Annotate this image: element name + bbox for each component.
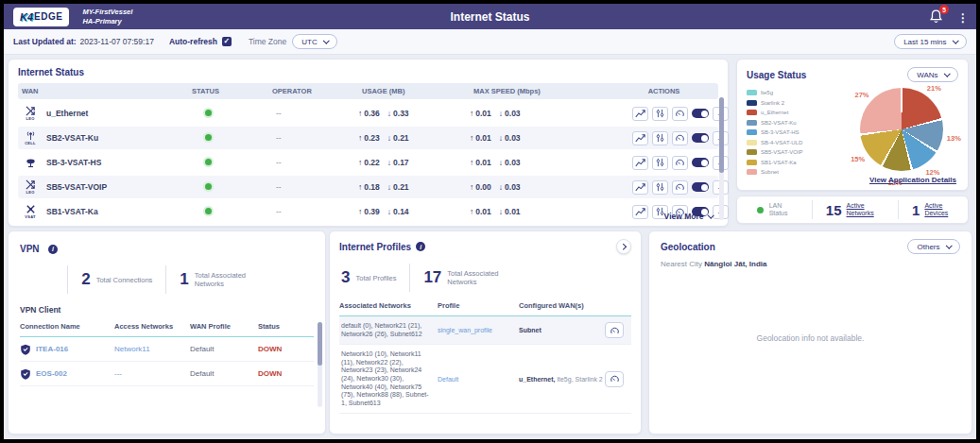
statistics-button[interactable] <box>632 156 648 170</box>
geolocation-empty-message: Geolocation info not available. <box>649 333 971 343</box>
scrollbar-thumb[interactable] <box>318 322 322 366</box>
profile-row: default (0), Network21 (21), Network26 (… <box>339 316 631 345</box>
col-access-networks: Access Networks <box>114 322 190 331</box>
statistics-button[interactable] <box>632 131 648 145</box>
status-up-dot <box>205 134 212 141</box>
wan-enable-toggle[interactable] <box>692 158 709 167</box>
wan-name[interactable]: SB5-VSAT-VOIP <box>46 182 107 192</box>
wan-enable-toggle[interactable] <box>692 182 709 192</box>
vpn-scrollbar[interactable] <box>318 322 322 407</box>
internet-status-panel: Internet Status WAN STATUS OPERATOR USAG… <box>8 59 729 227</box>
download-arrow-icon <box>380 109 393 118</box>
internet-status-scrollbar[interactable] <box>719 97 724 220</box>
logo-k4-text: K4 <box>20 11 33 23</box>
profile-networks: Network10 (10), Network11 (11), Network2… <box>339 350 438 407</box>
vpn-panel: VPN 2 Total Connections 1 Total Associat… <box>8 230 326 434</box>
statistics-button[interactable] <box>632 180 648 195</box>
vpn-access-networks[interactable]: Network11 <box>114 345 190 353</box>
speed-value: 0.010.03 <box>470 158 619 167</box>
wan-enable-toggle[interactable] <box>692 109 709 118</box>
vpn-wan-profile: Default <box>190 369 258 378</box>
vpn-access-networks[interactable]: --- <box>114 369 190 378</box>
vpn-title: VPN <box>20 244 40 254</box>
legend-item: SB5-VSAT-VOIP <box>747 149 803 155</box>
speed-test-button[interactable] <box>605 322 624 338</box>
wan-enable-toggle[interactable] <box>692 133 709 143</box>
pie-percent-label: 21% <box>927 83 941 92</box>
wan-name[interactable]: SB1-VSAT-Ka <box>46 207 98 216</box>
kebab-menu-icon[interactable] <box>957 9 963 26</box>
time-range-select[interactable]: Last 15 mins <box>894 34 967 49</box>
usage-value: 0.390.14 <box>358 207 470 216</box>
legend-swatch <box>747 160 757 165</box>
statistics-button[interactable] <box>632 107 648 121</box>
wan-name[interactable]: u_Ethernet <box>46 109 88 118</box>
configure-button[interactable] <box>652 107 668 121</box>
usage-pie[interactable] <box>860 88 943 171</box>
row-actions <box>619 107 729 121</box>
legend-item: SB1-VSAT-Ka <box>747 160 803 165</box>
upload-arrow-icon <box>470 207 475 216</box>
expand-panel-button[interactable] <box>616 239 631 254</box>
notifications-bell-icon[interactable]: 5 <box>928 9 944 25</box>
speed-test-button[interactable] <box>605 371 624 387</box>
profile-name-link[interactable]: single_wan_profile <box>438 327 519 333</box>
geolocation-filter-select[interactable]: Others <box>907 239 960 254</box>
configure-button[interactable] <box>652 156 668 170</box>
timezone-select[interactable]: UTC <box>292 34 337 49</box>
operator-value: -- <box>268 109 358 118</box>
shield-icon <box>20 368 31 380</box>
leo-icon: LEO <box>22 179 39 195</box>
chevron-down-icon <box>953 37 958 43</box>
usage-filter-select[interactable]: WANs <box>907 67 958 82</box>
timezone-value: UTC <box>301 38 317 46</box>
usage-legend: lte5g Starlink 2 u_Ethernet SB2-VSAT-Ku … <box>747 90 803 179</box>
speed-test-button[interactable] <box>672 156 688 170</box>
speed-test-button[interactable] <box>672 107 688 121</box>
profile-networks: default (0), Network21 (21), Network26 (… <box>339 322 438 338</box>
configure-button[interactable] <box>652 180 668 195</box>
app-logo[interactable]: K4 EDGE <box>13 8 69 26</box>
download-arrow-icon <box>380 158 393 167</box>
usage-value: 0.180.21 <box>358 182 470 192</box>
usage-status-panel: Usage Status WANs lte5g Starlink 2 u_Eth… <box>736 59 969 191</box>
wan-name[interactable]: SB2-VSAT-Ku <box>46 133 98 143</box>
chevron-right-icon <box>620 244 626 249</box>
vpn-connection-name[interactable]: ITEA-016 <box>20 344 114 355</box>
vpn-client-subtitle: VPN Client <box>20 305 314 315</box>
profile-configured-wans: u_Ethernet, lte5g, Starlink 2 <box>519 376 605 383</box>
info-icon[interactable] <box>416 242 425 251</box>
active-devices-link[interactable]: Active Devices <box>924 202 948 218</box>
wan-name[interactable]: SB-3-VSAT-HS <box>46 158 101 167</box>
total-assoc-networks-count: 17 <box>423 268 441 287</box>
statistics-button[interactable] <box>632 205 648 219</box>
geolocation-title: Geolocation <box>661 242 715 252</box>
col-status: Status <box>258 322 305 331</box>
profile-name-link[interactable]: Default <box>438 376 519 383</box>
operator-value: -- <box>268 207 358 216</box>
vpn-connections-count: 2 <box>81 270 90 289</box>
speed-test-button[interactable] <box>672 180 688 195</box>
speed-test-button[interactable] <box>672 131 688 145</box>
logo-edge-text: EDGE <box>34 11 62 22</box>
toolbar: Last Updated at: 2023-11-07 07:59:17 Aut… <box>4 29 976 55</box>
profile-configured-wans: Subnet <box>519 327 605 333</box>
configure-button[interactable] <box>652 131 668 145</box>
lan-status-label: LAN Status <box>769 202 788 217</box>
auto-refresh-checkbox[interactable] <box>222 37 232 46</box>
vpn-stats: 2 Total Connections 1 Total Associated N… <box>20 265 314 294</box>
legend-swatch <box>747 140 757 145</box>
internet-status-table-header: WAN STATUS OPERATOR USAGE (MB) MAX SPEED… <box>18 83 718 99</box>
legend-label: SB-3-VSAT-HS <box>761 129 799 135</box>
info-icon[interactable] <box>48 245 58 254</box>
nearest-city-value: Nāngloi Jāt, India <box>704 260 766 268</box>
lan-status-bar: LAN Status 15 Active Networks 1 Active D… <box>736 196 969 224</box>
view-application-details-link[interactable]: View Application Details <box>869 176 956 184</box>
scrollbar-thumb[interactable] <box>719 97 724 173</box>
view-more-button[interactable]: View More <box>664 212 713 221</box>
vpn-connection-name[interactable]: EOS-002 <box>20 368 114 380</box>
active-networks-link[interactable]: Active Networks <box>847 202 874 218</box>
wan-row: LEO SB5-VSAT-VOIP -- 0.180.21 0.000.03 <box>18 176 718 198</box>
vessel-selector[interactable]: MY-FirstVessel HA-Primary <box>82 8 132 26</box>
notification-badge: 5 <box>939 5 949 14</box>
